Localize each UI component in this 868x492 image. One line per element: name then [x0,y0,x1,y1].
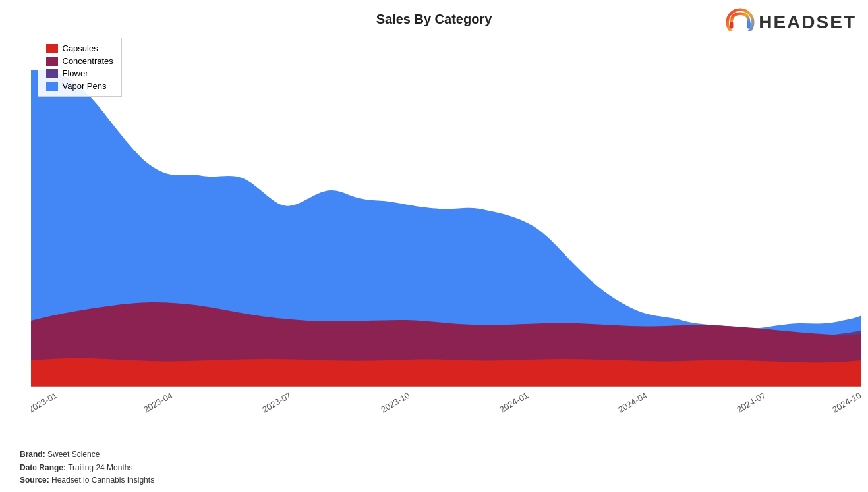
svg-text:2023-04: 2023-04 [142,391,174,415]
source-label: Source: [20,476,49,485]
svg-text:2024-10: 2024-10 [830,391,861,415]
legend-item-vapor-pens: Vapor Pens [46,81,113,91]
legend-color-flower [46,69,58,78]
legend-label-concentrates: Concentrates [63,56,113,66]
date-label: Date Range: [20,463,66,472]
svg-rect-2 [747,22,751,29]
svg-text:2024-04: 2024-04 [616,391,649,415]
capsules-area [31,358,861,387]
legend-color-vapor-pens [46,82,58,91]
legend-label-capsules: Capsules [63,43,98,53]
brand-value: Sweet Science [47,450,100,459]
source-value: Headset.io Cannabis Insights [51,476,154,485]
svg-text:2023-10: 2023-10 [379,391,411,415]
svg-text:2023-07: 2023-07 [260,391,293,415]
footer-brand: Brand: Sweet Science [20,449,154,461]
svg-text:2024-07: 2024-07 [735,391,767,415]
svg-text:2024-01: 2024-01 [498,391,530,415]
legend-item-capsules: Capsules [46,43,113,53]
legend-item-concentrates: Concentrates [46,56,113,66]
footer-source: Source: Headset.io Cannabis Insights [20,474,154,487]
svg-rect-1 [730,22,733,29]
legend-color-capsules [46,44,58,53]
footer-date: Date Range: Trailing 24 Months [20,462,154,474]
chart-footer: Brand: Sweet Science Date Range: Trailin… [20,449,154,487]
logo-text: HEADSET [759,12,856,33]
legend-item-flower: Flower [46,68,113,78]
legend-label-flower: Flower [63,68,88,78]
date-value: Trailing 24 Months [68,463,132,472]
page: Sales By Category HEADSET [0,0,868,492]
legend-color-concentrates [46,57,58,66]
chart-area: 2023-01 2023-04 2023-07 2023-10 2024-01 … [31,31,861,420]
chart-legend: Capsules Concentrates Flower Vapor Pens [38,38,122,97]
legend-label-vapor-pens: Vapor Pens [63,81,107,91]
brand-label: Brand: [20,450,45,459]
svg-text:2023-01: 2023-01 [31,391,59,415]
chart-svg: 2023-01 2023-04 2023-07 2023-10 2024-01 … [31,31,861,420]
